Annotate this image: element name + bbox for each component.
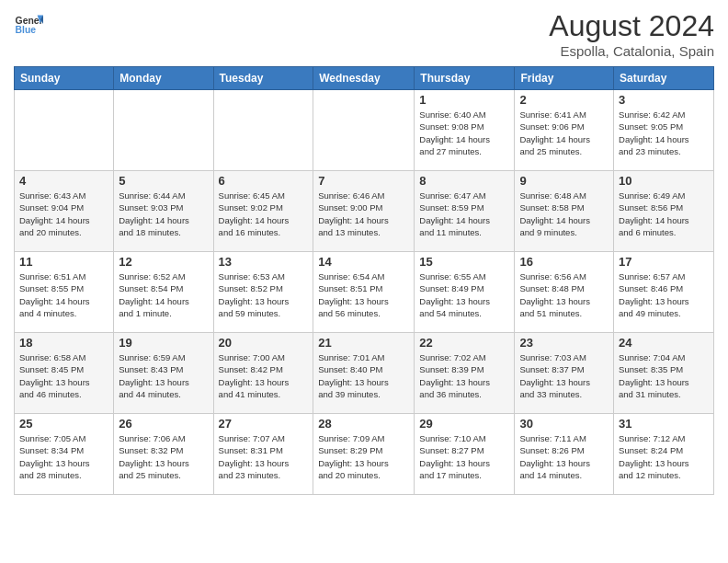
day-info: Sunrise: 6:57 AMSunset: 8:46 PMDaylight:… <box>619 270 709 319</box>
day-info: Sunrise: 6:52 AMSunset: 8:54 PMDaylight:… <box>119 270 208 319</box>
day-number: 30 <box>519 417 609 431</box>
day-info: Sunrise: 6:54 AMSunset: 8:51 PMDaylight:… <box>318 270 409 319</box>
day-number: 21 <box>318 336 409 350</box>
calendar-cell: 29Sunrise: 7:10 AMSunset: 8:27 PMDayligh… <box>415 414 515 495</box>
header-row: SundayMondayTuesdayWednesdayThursdayFrid… <box>15 67 714 90</box>
calendar-cell: 3Sunrise: 6:42 AMSunset: 9:05 PMDaylight… <box>614 90 714 171</box>
calendar-cell: 25Sunrise: 7:05 AMSunset: 8:34 PMDayligh… <box>15 414 114 495</box>
day-info: Sunrise: 7:07 AMSunset: 8:31 PMDaylight:… <box>219 432 309 481</box>
calendar-cell: 18Sunrise: 6:58 AMSunset: 8:45 PMDayligh… <box>15 333 114 414</box>
day-info: Sunrise: 7:11 AMSunset: 8:26 PMDaylight:… <box>519 432 609 481</box>
day-number: 8 <box>419 174 509 188</box>
day-number: 13 <box>219 255 309 269</box>
day-number: 25 <box>19 417 108 431</box>
calendar-cell: 30Sunrise: 7:11 AMSunset: 8:26 PMDayligh… <box>515 414 614 495</box>
day-info: Sunrise: 6:47 AMSunset: 8:59 PMDaylight:… <box>419 190 509 238</box>
day-number: 1 <box>419 93 509 107</box>
calendar-cell: 21Sunrise: 7:01 AMSunset: 8:40 PMDayligh… <box>313 333 415 414</box>
calendar-cell: 10Sunrise: 6:49 AMSunset: 8:56 PMDayligh… <box>614 171 714 252</box>
day-number: 19 <box>119 336 208 350</box>
calendar-cell: 19Sunrise: 6:59 AMSunset: 8:43 PMDayligh… <box>114 333 213 414</box>
calendar-cell: 6Sunrise: 6:45 AMSunset: 9:02 PMDaylight… <box>213 171 313 252</box>
day-number: 23 <box>519 336 609 350</box>
day-info: Sunrise: 6:46 AMSunset: 9:00 PMDaylight:… <box>318 190 409 238</box>
day-number: 15 <box>419 255 509 269</box>
calendar-cell <box>213 90 313 171</box>
header-day-monday: Monday <box>114 67 213 90</box>
day-info: Sunrise: 6:55 AMSunset: 8:49 PMDaylight:… <box>419 270 509 319</box>
day-number: 2 <box>519 93 609 107</box>
calendar-cell: 13Sunrise: 6:53 AMSunset: 8:52 PMDayligh… <box>213 252 313 333</box>
logo-icon: General Blue <box>14 9 43 39</box>
header-day-wednesday: Wednesday <box>313 67 415 90</box>
day-info: Sunrise: 6:42 AMSunset: 9:05 PMDaylight:… <box>619 109 709 157</box>
day-info: Sunrise: 7:01 AMSunset: 8:40 PMDaylight:… <box>318 351 409 400</box>
day-info: Sunrise: 7:05 AMSunset: 8:34 PMDaylight:… <box>19 432 108 481</box>
calendar-cell: 23Sunrise: 7:03 AMSunset: 8:37 PMDayligh… <box>515 333 614 414</box>
day-info: Sunrise: 7:02 AMSunset: 8:39 PMDaylight:… <box>419 351 509 400</box>
calendar-cell: 11Sunrise: 6:51 AMSunset: 8:55 PMDayligh… <box>15 252 114 333</box>
day-number: 26 <box>119 417 208 431</box>
calendar: SundayMondayTuesdayWednesdayThursdayFrid… <box>14 66 714 495</box>
calendar-cell: 14Sunrise: 6:54 AMSunset: 8:51 PMDayligh… <box>313 252 415 333</box>
calendar-cell: 5Sunrise: 6:44 AMSunset: 9:03 PMDaylight… <box>114 171 213 252</box>
day-number: 16 <box>519 255 609 269</box>
svg-text:Blue: Blue <box>16 25 37 35</box>
calendar-cell <box>313 90 415 171</box>
calendar-cell: 31Sunrise: 7:12 AMSunset: 8:24 PMDayligh… <box>614 414 714 495</box>
header-day-sunday: Sunday <box>15 67 114 90</box>
calendar-cell: 1Sunrise: 6:40 AMSunset: 9:08 PMDaylight… <box>415 90 515 171</box>
calendar-cell <box>114 90 213 171</box>
calendar-body: 1Sunrise: 6:40 AMSunset: 9:08 PMDaylight… <box>15 90 714 495</box>
day-number: 6 <box>219 174 309 188</box>
day-number: 9 <box>519 174 609 188</box>
day-info: Sunrise: 7:00 AMSunset: 8:42 PMDaylight:… <box>219 351 309 400</box>
calendar-cell: 22Sunrise: 7:02 AMSunset: 8:39 PMDayligh… <box>415 333 515 414</box>
subtitle: Espolla, Catalonia, Spain <box>549 43 714 59</box>
day-info: Sunrise: 6:56 AMSunset: 8:48 PMDaylight:… <box>519 270 609 319</box>
header-day-thursday: Thursday <box>415 67 515 90</box>
day-info: Sunrise: 6:44 AMSunset: 9:03 PMDaylight:… <box>119 190 208 238</box>
logo: General Blue <box>14 9 43 39</box>
calendar-cell: 15Sunrise: 6:55 AMSunset: 8:49 PMDayligh… <box>415 252 515 333</box>
day-number: 18 <box>19 336 108 350</box>
day-number: 29 <box>419 417 509 431</box>
calendar-cell: 8Sunrise: 6:47 AMSunset: 8:59 PMDaylight… <box>415 171 515 252</box>
week-row-5: 25Sunrise: 7:05 AMSunset: 8:34 PMDayligh… <box>15 414 714 495</box>
day-info: Sunrise: 6:51 AMSunset: 8:55 PMDaylight:… <box>19 270 108 319</box>
week-row-3: 11Sunrise: 6:51 AMSunset: 8:55 PMDayligh… <box>15 252 714 333</box>
page: General Blue August 2024 Espolla, Catalo… <box>0 0 728 563</box>
day-number: 11 <box>19 255 108 269</box>
header-day-friday: Friday <box>515 67 614 90</box>
day-number: 20 <box>219 336 309 350</box>
day-number: 17 <box>619 255 709 269</box>
day-info: Sunrise: 6:43 AMSunset: 9:04 PMDaylight:… <box>19 190 108 238</box>
day-info: Sunrise: 7:06 AMSunset: 8:32 PMDaylight:… <box>119 432 208 481</box>
day-info: Sunrise: 7:04 AMSunset: 8:35 PMDaylight:… <box>619 351 709 400</box>
calendar-cell: 16Sunrise: 6:56 AMSunset: 8:48 PMDayligh… <box>515 252 614 333</box>
day-info: Sunrise: 7:12 AMSunset: 8:24 PMDaylight:… <box>619 432 709 481</box>
day-info: Sunrise: 7:03 AMSunset: 8:37 PMDaylight:… <box>519 351 609 400</box>
week-row-2: 4Sunrise: 6:43 AMSunset: 9:04 PMDaylight… <box>15 171 714 252</box>
calendar-cell: 26Sunrise: 7:06 AMSunset: 8:32 PMDayligh… <box>114 414 213 495</box>
day-info: Sunrise: 6:59 AMSunset: 8:43 PMDaylight:… <box>119 351 208 400</box>
calendar-cell: 17Sunrise: 6:57 AMSunset: 8:46 PMDayligh… <box>614 252 714 333</box>
calendar-cell: 2Sunrise: 6:41 AMSunset: 9:06 PMDaylight… <box>515 90 614 171</box>
week-row-4: 18Sunrise: 6:58 AMSunset: 8:45 PMDayligh… <box>15 333 714 414</box>
day-number: 27 <box>219 417 309 431</box>
day-number: 22 <box>419 336 509 350</box>
day-info: Sunrise: 6:49 AMSunset: 8:56 PMDaylight:… <box>619 190 709 238</box>
calendar-cell: 4Sunrise: 6:43 AMSunset: 9:04 PMDaylight… <box>15 171 114 252</box>
week-row-1: 1Sunrise: 6:40 AMSunset: 9:08 PMDaylight… <box>15 90 714 171</box>
day-number: 3 <box>619 93 709 107</box>
day-number: 31 <box>619 417 709 431</box>
main-title: August 2024 <box>549 9 714 43</box>
calendar-cell: 20Sunrise: 7:00 AMSunset: 8:42 PMDayligh… <box>213 333 313 414</box>
day-info: Sunrise: 6:53 AMSunset: 8:52 PMDaylight:… <box>219 270 309 319</box>
day-number: 4 <box>19 174 108 188</box>
calendar-cell: 28Sunrise: 7:09 AMSunset: 8:29 PMDayligh… <box>313 414 415 495</box>
header-day-tuesday: Tuesday <box>213 67 313 90</box>
calendar-cell: 24Sunrise: 7:04 AMSunset: 8:35 PMDayligh… <box>614 333 714 414</box>
day-number: 28 <box>318 417 409 431</box>
day-info: Sunrise: 6:48 AMSunset: 8:58 PMDaylight:… <box>519 190 609 238</box>
